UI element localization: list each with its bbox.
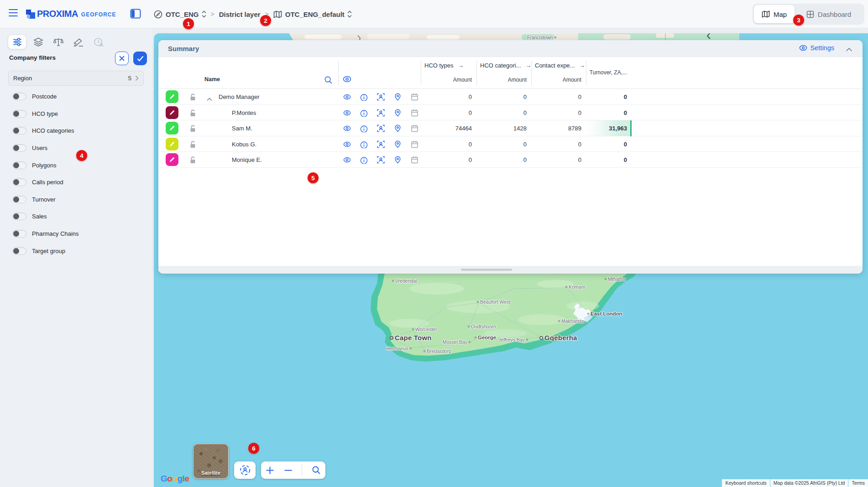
- filter-toggle-sales[interactable]: Sales: [12, 208, 79, 225]
- zoom-out-button[interactable]: [284, 466, 293, 475]
- row-info-icon[interactable]: [360, 109, 368, 119]
- edit-color-button[interactable]: [166, 106, 178, 119]
- column-amount-1[interactable]: Amount: [424, 77, 472, 83]
- toggle-switch[interactable]: [12, 110, 26, 118]
- column-group-contact[interactable]: Contact expe...→: [535, 62, 585, 69]
- search-icon[interactable]: [324, 76, 333, 84]
- apply-filters-button[interactable]: [133, 52, 147, 65]
- view-switcher-icon[interactable]: [347, 10, 352, 18]
- row-visibility-icon[interactable]: [343, 109, 351, 119]
- row-info-icon[interactable]: [360, 156, 368, 166]
- row-visibility-icon[interactable]: [343, 93, 351, 103]
- row-user-focus-icon[interactable]: [377, 140, 385, 150]
- keyboard-shortcuts-link[interactable]: Keyboard shortcuts: [722, 479, 769, 487]
- row-location-icon[interactable]: [394, 140, 402, 150]
- column-amount-2[interactable]: Amount: [479, 77, 527, 83]
- table-row[interactable]: Kobus G.0000: [158, 136, 863, 152]
- row-location-icon[interactable]: [394, 156, 402, 166]
- row-info-icon[interactable]: [360, 93, 368, 103]
- row-calendar-icon[interactable]: [411, 93, 418, 103]
- toggle-switch[interactable]: [12, 212, 26, 220]
- toggle-switch[interactable]: [12, 144, 26, 152]
- tab-filters[interactable]: [8, 35, 26, 49]
- collapse-row-icon[interactable]: [207, 95, 212, 103]
- lock-icon[interactable]: [189, 140, 196, 150]
- toggle-switch[interactable]: [12, 161, 26, 169]
- column-group-hco-categories[interactable]: HCO categori...→: [480, 62, 532, 69]
- recenter-button[interactable]: [234, 461, 256, 479]
- zoom-in-button[interactable]: [266, 466, 274, 475]
- column-group-hco-types[interactable]: HCO types→: [424, 62, 464, 69]
- edit-color-button[interactable]: [166, 138, 178, 150]
- dashboard-view-button[interactable]: Dashboard: [795, 10, 863, 18]
- column-turnover[interactable]: Turnover, ZA,...: [572, 69, 627, 76]
- filter-toggle-hco-type[interactable]: HCO type: [12, 105, 79, 123]
- row-calendar-icon[interactable]: [411, 124, 418, 134]
- app-logo[interactable]: PROXIMA GEOFORCE: [26, 9, 116, 19]
- column-amount-3[interactable]: Amount: [534, 77, 581, 83]
- row-calendar-icon[interactable]: [411, 140, 418, 150]
- breadcrumb-layer[interactable]: District layer: [219, 10, 261, 18]
- row-calendar-icon[interactable]: [411, 109, 418, 119]
- filter-toggle-postcode[interactable]: Postcode: [12, 88, 79, 105]
- row-visibility-icon[interactable]: [343, 140, 351, 150]
- table-row[interactable]: Sam M.744641428878931,963: [158, 120, 863, 136]
- toggle-switch[interactable]: [12, 230, 26, 238]
- filter-toggle-target-group[interactable]: Target group: [12, 242, 79, 259]
- sidebar-toggle-icon[interactable]: [130, 9, 141, 21]
- region-filter-row[interactable]: Region 5: [8, 71, 144, 86]
- row-user-focus-icon[interactable]: [377, 93, 385, 103]
- row-location-icon[interactable]: [394, 109, 402, 119]
- collapse-panel-icon[interactable]: [846, 46, 852, 54]
- resize-handle[interactable]: [461, 269, 512, 271]
- filter-toggle-turnover[interactable]: Turnover: [12, 191, 79, 208]
- edit-color-button[interactable]: [166, 153, 178, 166]
- table-row[interactable]: Monique E.0000: [158, 152, 863, 168]
- visibility-column-icon[interactable]: [343, 76, 351, 83]
- map-search-button[interactable]: [312, 466, 321, 475]
- toggle-switch[interactable]: [12, 178, 26, 186]
- row-user-focus-icon[interactable]: [377, 109, 385, 119]
- row-location-icon[interactable]: [394, 124, 402, 134]
- filter-toggle-pharmacy-chains[interactable]: Pharmacy Chains: [12, 225, 79, 243]
- row-location-icon[interactable]: [394, 93, 402, 103]
- satellite-layer-button[interactable]: Satellite: [193, 444, 229, 479]
- tab-highlight[interactable]: [68, 35, 89, 49]
- filter-toggle-calls-period[interactable]: Calls period: [12, 174, 79, 191]
- terms-link[interactable]: Terms: [848, 479, 868, 487]
- toggle-switch[interactable]: [12, 93, 26, 100]
- lock-icon[interactable]: [189, 124, 196, 134]
- table-row[interactable]: Demo Manager0000: [158, 89, 863, 105]
- settings-button[interactable]: Settings: [799, 44, 834, 52]
- row-visibility-icon[interactable]: [343, 156, 351, 166]
- edit-color-button[interactable]: [166, 90, 178, 103]
- lock-icon[interactable]: [189, 93, 196, 103]
- toggle-switch[interactable]: [12, 247, 26, 255]
- row-user-focus-icon[interactable]: [377, 156, 385, 166]
- tab-layers[interactable]: [28, 35, 48, 49]
- table-row[interactable]: P.Montes0000: [158, 105, 863, 121]
- filter-toggle-polygons[interactable]: Polygons: [12, 156, 79, 174]
- city-label: Mthatha: [605, 276, 625, 282]
- row-calendar-icon[interactable]: [411, 156, 418, 166]
- edit-color-button[interactable]: [166, 122, 178, 135]
- lock-icon[interactable]: [189, 109, 196, 119]
- row-info-icon[interactable]: [360, 124, 368, 134]
- breadcrumb-view[interactable]: OTC_ENG_default: [285, 10, 345, 18]
- breadcrumb-project[interactable]: OTC_ENG: [166, 10, 199, 18]
- filter-toggle-hco-categories[interactable]: HCO categories: [12, 122, 79, 140]
- clear-filters-button[interactable]: [115, 52, 129, 65]
- column-name[interactable]: Name: [204, 76, 220, 83]
- row-user-focus-icon[interactable]: [377, 124, 385, 134]
- lock-icon[interactable]: [189, 156, 196, 166]
- row-visibility-icon[interactable]: [343, 124, 351, 134]
- project-switcher-icon[interactable]: [202, 10, 206, 18]
- toggle-switch[interactable]: [12, 196, 26, 203]
- tab-history[interactable]: [89, 35, 109, 49]
- row-info-icon[interactable]: [360, 140, 368, 150]
- map-view-button[interactable]: Map: [754, 5, 795, 23]
- filter-toggle-users[interactable]: Users: [12, 140, 79, 157]
- menu-icon[interactable]: [9, 9, 18, 16]
- toggle-switch[interactable]: [12, 127, 26, 135]
- tab-compare[interactable]: [48, 35, 68, 49]
